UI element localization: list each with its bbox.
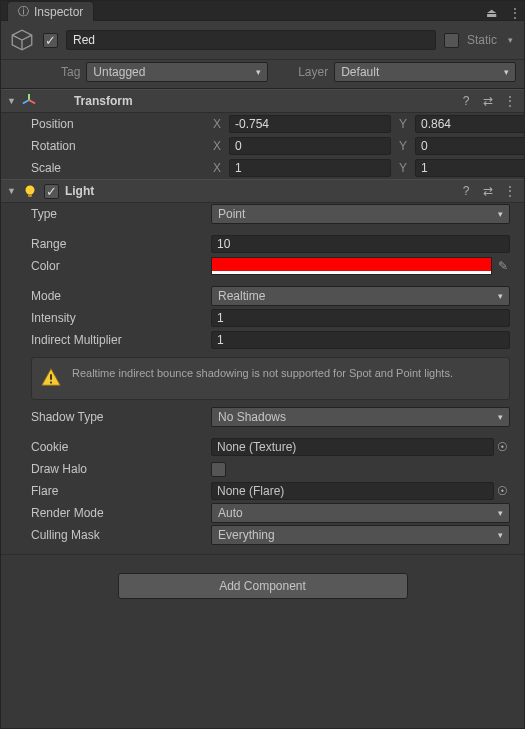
indirect-label: Indirect Multiplier: [31, 333, 211, 347]
rotation-y-input[interactable]: [415, 137, 525, 155]
svg-rect-4: [28, 194, 32, 197]
tag-dropdown[interactable]: Untagged ▾: [86, 62, 268, 82]
scale-y-input[interactable]: [415, 159, 525, 177]
svg-rect-5: [50, 374, 52, 380]
chevron-down-icon: ▾: [498, 291, 503, 301]
warning-text: Realtime indirect bounce shadowing is no…: [72, 366, 453, 391]
layer-value: Default: [341, 65, 379, 79]
warning-box: Realtime indirect bounce shadowing is no…: [31, 357, 510, 400]
tag-layer-row: Tag Untagged ▾ Layer Default ▾: [1, 60, 524, 89]
shadow-type-dropdown[interactable]: No Shadows▾: [211, 407, 510, 427]
foldout-icon[interactable]: ▼: [7, 96, 16, 106]
indirect-input[interactable]: [211, 331, 510, 349]
render-mode-dropdown[interactable]: Auto▾: [211, 503, 510, 523]
static-label: Static: [467, 33, 497, 47]
info-icon: ⓘ: [18, 4, 29, 19]
foldout-icon[interactable]: ▼: [7, 186, 16, 196]
transform-title: Transform: [74, 94, 452, 108]
warning-icon: [40, 366, 62, 391]
eyedropper-icon[interactable]: ✎: [496, 259, 510, 273]
layer-label: Layer: [298, 65, 328, 79]
flare-label: Flare: [31, 484, 211, 498]
help-icon[interactable]: ?: [458, 93, 474, 109]
culling-mask-label: Culling Mask: [31, 528, 211, 542]
chevron-down-icon: ▾: [498, 530, 503, 540]
tab-inspector[interactable]: ⓘ Inspector: [7, 1, 94, 21]
render-mode-label: Render Mode: [31, 506, 211, 520]
tag-value: Untagged: [93, 65, 145, 79]
position-row: Position X Y Z: [1, 113, 524, 135]
x-label: X: [211, 117, 223, 131]
culling-mask-dropdown[interactable]: Everything▾: [211, 525, 510, 545]
intensity-input[interactable]: [211, 309, 510, 327]
svg-rect-6: [50, 382, 52, 384]
mode-dropdown[interactable]: Realtime▾: [211, 286, 510, 306]
preset-icon[interactable]: ⇄: [480, 183, 496, 199]
lock-icon[interactable]: ⏏: [482, 6, 500, 20]
color-swatch[interactable]: [211, 257, 492, 275]
scale-label: Scale: [31, 161, 211, 175]
position-x-input[interactable]: [229, 115, 391, 133]
position-y-input[interactable]: [415, 115, 525, 133]
color-label: Color: [31, 259, 211, 273]
shadow-type-label: Shadow Type: [31, 410, 211, 424]
static-checkbox[interactable]: [444, 33, 459, 48]
scale-x-input[interactable]: [229, 159, 391, 177]
rotation-label: Rotation: [31, 139, 211, 153]
cookie-label: Cookie: [31, 440, 211, 454]
kebab-icon[interactable]: ⋮: [502, 183, 518, 199]
cube-icon[interactable]: [9, 27, 35, 53]
tag-label: Tag: [61, 65, 80, 79]
rotation-row: Rotation X Y Z: [1, 135, 524, 157]
chevron-down-icon: ▾: [498, 209, 503, 219]
tab-label: Inspector: [34, 5, 83, 19]
preset-icon[interactable]: ⇄: [480, 93, 496, 109]
object-picker-icon[interactable]: ☉: [494, 440, 510, 454]
kebab-icon[interactable]: ⋮: [506, 6, 524, 20]
rotation-x-input[interactable]: [229, 137, 391, 155]
draw-halo-checkbox[interactable]: [211, 462, 226, 477]
y-label: Y: [397, 117, 409, 131]
range-input[interactable]: [211, 235, 510, 253]
help-icon[interactable]: ?: [458, 183, 474, 199]
mode-label: Mode: [31, 289, 211, 303]
svg-point-3: [25, 186, 34, 195]
static-dropdown-icon[interactable]: ▾: [505, 35, 516, 45]
chevron-down-icon: ▾: [498, 508, 503, 518]
svg-line-2: [23, 100, 29, 104]
light-enabled-checkbox[interactable]: ✓: [44, 184, 59, 199]
object-name-input[interactable]: [66, 30, 436, 50]
add-component-area: Add Component: [1, 554, 524, 599]
kebab-icon[interactable]: ⋮: [502, 93, 518, 109]
range-label: Range: [31, 237, 211, 251]
chevron-down-icon: ▾: [498, 412, 503, 422]
light-header[interactable]: ▼ ✓ Light ? ⇄ ⋮: [1, 179, 524, 203]
object-header: ✓ Static ▾: [1, 21, 524, 60]
layer-dropdown[interactable]: Default ▾: [334, 62, 516, 82]
type-dropdown[interactable]: Point▾: [211, 204, 510, 224]
flare-field[interactable]: None (Flare): [211, 482, 494, 500]
draw-halo-label: Draw Halo: [31, 462, 211, 476]
chevron-down-icon: ▾: [504, 67, 509, 77]
svg-line-1: [29, 100, 35, 104]
inspector-window: ⓘ Inspector ⏏ ⋮ ✓ Static ▾ Tag Untagged …: [0, 0, 525, 729]
object-picker-icon[interactable]: ☉: [494, 484, 510, 498]
enabled-checkbox[interactable]: ✓: [43, 33, 58, 48]
intensity-label: Intensity: [31, 311, 211, 325]
type-label: Type: [31, 207, 211, 221]
cookie-field[interactable]: None (Texture): [211, 438, 494, 456]
light-title: Light: [65, 184, 452, 198]
transform-header[interactable]: ▼ Transform ? ⇄ ⋮: [1, 89, 524, 113]
position-label: Position: [31, 117, 211, 131]
light-icon: [22, 183, 38, 199]
scale-row: Scale X Y Z: [1, 157, 524, 179]
add-component-button[interactable]: Add Component: [118, 573, 408, 599]
chevron-down-icon: ▾: [256, 67, 261, 77]
transform-icon: [22, 93, 36, 110]
tab-bar: ⓘ Inspector ⏏ ⋮: [1, 1, 524, 21]
